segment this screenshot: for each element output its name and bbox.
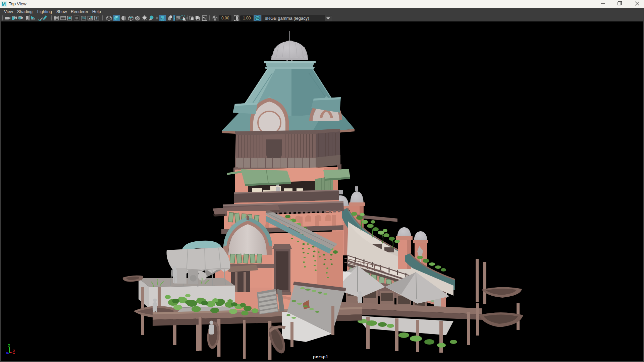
- svg-text:z: z: [6, 351, 8, 355]
- svg-text:T: T: [96, 16, 98, 20]
- svg-text:0.00: 0.00: [221, 16, 229, 20]
- svg-text:sRGB gamma (legacy): sRGB gamma (legacy): [265, 16, 309, 21]
- svg-text:1.00: 1.00: [243, 16, 251, 20]
- svg-text:x: x: [13, 348, 15, 352]
- svg-text:ON: ON: [256, 17, 259, 19]
- svg-text:y: y: [8, 343, 10, 347]
